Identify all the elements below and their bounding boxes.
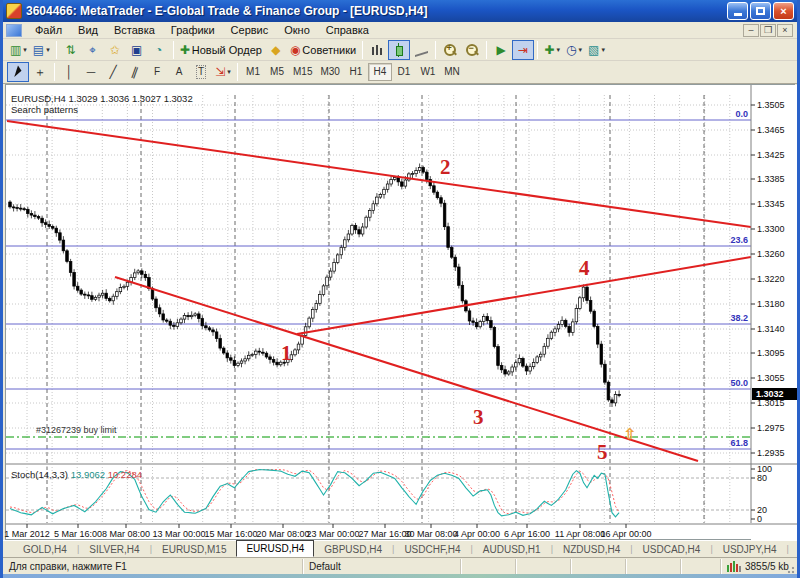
svg-text:1.2935: 1.2935 [757,448,785,458]
horizontal-line-tool-button[interactable]: ─ [80,62,102,82]
timeframe-H4[interactable]: H4 [368,63,392,81]
svg-text:11 Apr 08:00: 11 Apr 08:00 [555,529,605,539]
terminal-icon: ▣ [131,44,142,56]
metaeditor-icon: ◆ [271,44,280,56]
timeframe-H1[interactable]: H1 [344,63,368,81]
new-chart-icon: ▥ [10,44,21,56]
child-minimize-button[interactable]: – [743,24,759,37]
timeframe-D1[interactable]: D1 [392,63,416,81]
timeframe-M30[interactable]: M30 [316,63,343,81]
timeframe-M15[interactable]: M15 [289,63,316,81]
strategy-tester-button[interactable]: ◔ [148,40,170,60]
fibonacci-tool-button[interactable]: F [146,62,168,82]
child-restore-button[interactable]: ❒ [760,24,776,37]
chart-tabs: GOLD,H4|SILVER,H4|EURUSD,M15EURUSD,H4GBP… [13,540,800,557]
minimize-icon [734,13,742,16]
tab-EURUSD,H4[interactable]: EURUSD,H4 [236,540,314,557]
navigator-button[interactable]: ✩ [104,40,126,60]
chart-ohlc-line: EURUSD,H4 1.3029 1.3036 1.3027 1.3032 [11,93,193,104]
trendline-tool-button[interactable]: ╱ [102,62,124,82]
new-order-button[interactable]: ✚Новый Ордер [177,40,265,60]
zoom-out-button[interactable]: − [461,40,483,60]
minimize-button[interactable] [727,2,748,20]
time-axis[interactable]: 1 Mar 20125 Mar 16:008 Mar 08:0013 Mar 0… [4,524,797,539]
window-title: 3604466: MetaTrader - E-Global Trade & F… [26,4,727,18]
timeframe-M1[interactable]: M1 [241,63,265,81]
indicators-button[interactable]: ✚▾ [541,40,563,60]
chart-shift-button[interactable]: ⇥ [512,40,534,60]
menu-Вставка[interactable]: Вставка [106,23,163,37]
menu-Справка[interactable]: Справка [318,23,377,37]
templates-button[interactable]: ▧▾ [585,40,608,60]
tab-SILVER,H4[interactable]: SILVER,H4 [79,542,149,557]
label-tool-button[interactable]: T [190,62,212,82]
status-cell [681,559,721,574]
svg-text:5 Mar 16:00: 5 Mar 16:00 [54,529,102,539]
drawing-toolbar: ＋ │ ─ ╱ ∥ F A T ⇲▾ M1M5M15M30H1H4D1W1MN [3,61,797,84]
tab-GOLD,H4[interactable]: GOLD,H4 [13,542,77,557]
tab-EURJPY,H4[interactable]: EURJPY,H4 [789,542,800,557]
candlestick-chart-button[interactable] [388,40,410,60]
timeframe-M5[interactable]: M5 [265,63,289,81]
child-close-button[interactable]: × [777,24,793,37]
line-chart-button[interactable] [410,40,432,60]
auto-scroll-icon: ▶ [496,44,505,56]
bar-chart-button[interactable] [366,40,388,60]
chevron-down-icon: ▾ [601,46,605,54]
tab-USDCAD,H4[interactable]: USDCAD,H4 [633,542,711,557]
arrows-icon: ⇲ [215,66,225,78]
up-arrow-marker[interactable]: ⇧ [624,425,637,442]
tab-EURUSD,M15[interactable]: EURUSD,M15 [152,542,236,557]
cursor-tool-button[interactable] [7,62,29,82]
tab-USDJPY,H4[interactable]: USDJPY,H4 [713,542,787,557]
vertical-line-icon: │ [65,66,73,78]
chart-canvas[interactable]: 0.023.638.250.061.8 #31267239 buy limit1… [3,84,797,540]
text-tool-button[interactable]: A [168,62,190,82]
svg-text:#31267239 buy limit: #31267239 buy limit [36,425,117,435]
metaeditor-button[interactable]: ◆ [265,40,287,60]
timeframe-MN[interactable]: MN [440,63,464,81]
arrows-tool-button[interactable]: ⇲▾ [212,62,234,82]
svg-text:1 Mar 2012: 1 Mar 2012 [4,529,50,539]
tab-GBPUSD,H4[interactable]: GBPUSD,H4 [314,542,392,557]
periods-button[interactable]: ◷▾ [563,40,585,60]
cursor-icon [14,66,22,79]
navigator-icon: ✩ [110,44,120,56]
zoom-in-button[interactable]: + [439,40,461,60]
timeframe-W1[interactable]: W1 [416,63,440,81]
channel-tool-button[interactable]: ∥ [124,62,146,82]
chevron-down-icon: ▾ [579,46,583,54]
svg-text:6 Apr 16:00: 6 Apr 16:00 [504,529,550,539]
tab-AUDUSD,H1[interactable]: AUDUSD,H1 [473,542,551,557]
horizontal-line-icon: ─ [87,66,96,78]
svg-text:15 Mar 16:00: 15 Mar 16:00 [204,529,257,539]
tab-NZDUSD,H4[interactable]: NZDUSD,H4 [553,542,630,557]
profiles-button[interactable]: ▤▾ [30,40,53,60]
status-bar: Для справки, нажмите F1 Default 3855/5 k… [3,557,797,574]
menu-Файл[interactable]: Файл [27,23,70,37]
menu-Вид[interactable]: Вид [70,23,106,37]
auto-scroll-button[interactable]: ▶ [490,40,512,60]
close-button[interactable]: × [773,2,794,20]
market-watch-button[interactable]: ⇅ [60,40,82,60]
menu-Графики[interactable]: Графики [163,23,223,37]
svg-text:30 Mar 08:00: 30 Mar 08:00 [404,529,457,539]
data-window-button[interactable]: ⌖ [82,40,104,60]
expert-advisors-button[interactable]: ◉Советники [287,40,359,60]
maximize-button[interactable] [750,2,771,20]
svg-text:1.3505: 1.3505 [757,100,785,110]
line-chart-icon [415,42,428,57]
status-profile[interactable]: Default [303,559,461,574]
tab-USDCHF,H4[interactable]: USDCHF,H4 [394,542,470,557]
menu-Окно[interactable]: Окно [276,23,318,37]
svg-text:1.3055: 1.3055 [757,373,785,383]
menu-Сервис[interactable]: Сервис [223,23,277,37]
data-window-icon: ⌖ [89,44,96,56]
system-menu-icon[interactable] [6,24,22,37]
svg-text:1.3220: 1.3220 [757,274,785,284]
toolbar-separator [537,41,538,59]
new-chart-button[interactable]: ▥▾ [7,40,30,60]
crosshair-tool-button[interactable]: ＋ [29,62,51,82]
terminal-button[interactable]: ▣ [126,40,148,60]
vertical-line-tool-button[interactable]: │ [58,62,80,82]
